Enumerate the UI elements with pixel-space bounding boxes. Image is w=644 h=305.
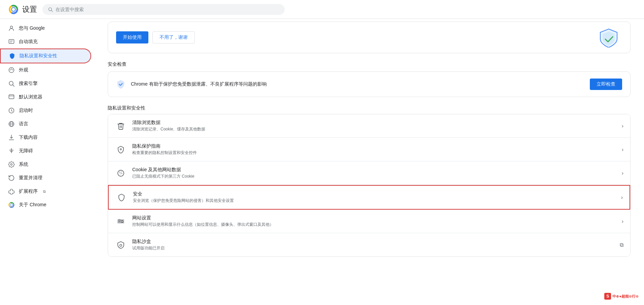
arrow-icon-0: ›: [622, 123, 623, 129]
chrome-logo-icon: [8, 4, 19, 15]
cookies-text: Cookie 及其他网站数据 已阻止无痕模式下的第三方 Cookie: [132, 167, 622, 179]
system-icon: [8, 161, 15, 168]
sandbox-icon: [115, 239, 127, 251]
privacy-item-site-settings[interactable]: 网站设置 控制网站可以使用和显示什么信息（如位置信息、摄像头、弹出式窗口及其他）…: [108, 210, 630, 233]
privacy-guide-icon: [115, 144, 127, 156]
watermark-s-badge: S: [604, 293, 611, 300]
arrow-icon-3: ›: [621, 194, 623, 201]
sidebar-item-default-browser[interactable]: 默认浏览器: [0, 90, 91, 104]
sidebar-item-you-google-label: 您与 Google: [19, 25, 45, 31]
sidebar-item-you-google[interactable]: 您与 Google: [0, 22, 91, 35]
privacy-item-cookies[interactable]: Cookie 及其他网站数据 已阻止无痕模式下的第三方 Cookie ›: [108, 161, 630, 185]
sidebar-item-privacy-label: 隐私设置和安全性: [20, 53, 57, 59]
person-icon: [8, 25, 15, 32]
sidebar-item-downloads-label: 下载内容: [19, 134, 38, 141]
main-layout: 您与 Google 自动填充 隐私设置和安全性 外观: [0, 19, 644, 305]
search-input[interactable]: [56, 7, 279, 12]
sidebar-item-reset-label: 重置并清理: [19, 175, 42, 181]
header: 设置: [0, 0, 644, 19]
sidebar-item-autofill-label: 自动填充: [19, 39, 38, 45]
watermark-label: 中⊕●超能⊙行⊙: [612, 294, 639, 299]
chrome-about-icon: [8, 202, 15, 208]
cookie-icon: [115, 167, 127, 179]
security-title: 安全: [133, 191, 621, 197]
svg-point-41: [120, 174, 120, 174]
safety-check-button[interactable]: 立即检查: [590, 79, 622, 90]
sandbox-desc: 试用版功能已开启: [132, 245, 620, 251]
accessibility-icon: [8, 148, 15, 154]
svg-point-36: [120, 149, 121, 150]
security-desc: 安全浏览（保护您免受危险网站的侵害）和其他安全设置: [133, 198, 621, 204]
svg-rect-46: [119, 219, 120, 221]
privacy-item-sandbox[interactable]: 隐私沙盒 试用版功能已开启 ⧉: [108, 233, 630, 256]
svg-point-16: [11, 68, 12, 69]
no-thanks-button[interactable]: 不用了，谢谢: [152, 31, 195, 43]
svg-rect-11: [9, 39, 14, 43]
sidebar-item-system-label: 系统: [19, 161, 28, 167]
sidebar-item-appearance-label: 外观: [19, 67, 28, 73]
privacy-settings-list: 清除浏览数据 清除浏览记录、Cookie、缓存及其他数据 › 隐私保护指南 检查…: [108, 114, 631, 257]
top-card-actions: 开始使用 不用了，谢谢: [116, 31, 195, 43]
search-box[interactable]: [42, 4, 285, 15]
safety-check-shield-icon: [116, 80, 126, 89]
svg-point-48: [120, 244, 122, 246]
search-icon: [48, 7, 53, 12]
sidebar-item-system[interactable]: 系统: [0, 158, 91, 171]
privacy-item-security[interactable]: 安全 安全浏览（保护您免受危险网站的侵害）和其他安全设置 ›: [108, 185, 630, 210]
privacy-guide-desc: 检查重要的隐私控制设置和安全控件: [132, 150, 622, 156]
startup-icon: [8, 107, 15, 114]
privacy-item-guide[interactable]: 隐私保护指南 检查重要的隐私控制设置和安全控件 ›: [108, 138, 630, 161]
sidebar-item-accessibility-label: 无障碍: [19, 148, 33, 154]
security-text: 安全 安全浏览（保护您免受危险网站的侵害）和其他安全设置: [133, 191, 621, 204]
clear-browsing-text: 清除浏览数据 清除浏览记录、Cookie、缓存及其他数据: [132, 120, 622, 132]
sidebar-item-search-engine[interactable]: 搜索引擎: [0, 77, 91, 90]
sidebar-item-downloads[interactable]: 下载内容: [0, 131, 91, 144]
svg-point-42: [120, 173, 121, 173]
safety-check-description: Chrome 有助于保护您免受数据泄露、不良扩展程序等问题的影响: [131, 81, 267, 87]
svg-point-10: [10, 26, 13, 28]
watermark: S 中⊕●超能⊙行⊙: [604, 293, 639, 300]
extension-icon: [8, 188, 15, 195]
arrow-icon-2: ›: [622, 170, 623, 176]
sidebar-item-extensions[interactable]: 扩展程序 ⧉: [0, 185, 91, 198]
banner-decoration: [595, 27, 622, 48]
download-icon: [8, 134, 15, 141]
clear-browsing-desc: 清除浏览记录、Cookie、缓存及其他数据: [132, 126, 622, 132]
svg-point-33: [10, 204, 12, 206]
site-settings-title: 网站设置: [132, 215, 622, 221]
safety-check-left: Chrome 有助于保护您免受数据泄露、不良扩展程序等问题的影响: [116, 80, 267, 89]
privacy-section-title: 隐私设置和安全性: [108, 105, 631, 111]
svg-point-38: [119, 172, 120, 172]
sidebar-item-about[interactable]: 关于 Chrome: [0, 198, 91, 212]
sidebar-item-startup[interactable]: 启动时: [0, 104, 91, 117]
svg-point-39: [121, 172, 122, 172]
cookies-title: Cookie 及其他网站数据: [132, 167, 622, 173]
arrow-icon-4: ›: [622, 218, 623, 224]
header-logo: 设置: [8, 4, 37, 15]
arrow-icon-1: ›: [622, 147, 623, 153]
sidebar-item-startup-label: 启动时: [19, 108, 33, 114]
privacy-item-clear-browsing[interactable]: 清除浏览数据 清除浏览记录、Cookie、缓存及其他数据 ›: [108, 114, 630, 138]
sidebar-item-search-label: 搜索引擎: [19, 81, 38, 87]
site-settings-text: 网站设置 控制网站可以使用和显示什么信息（如位置信息、摄像头、弹出式窗口及其他）: [132, 215, 622, 227]
sidebar-item-reset[interactable]: 重置并清理: [0, 171, 91, 185]
svg-point-15: [10, 69, 11, 70]
start-using-button[interactable]: 开始使用: [116, 31, 148, 43]
site-settings-desc: 控制网站可以使用和显示什么信息（如位置信息、摄像头、弹出式窗口及其他）: [132, 222, 622, 227]
sidebar-item-extensions-label: 扩展程序: [19, 188, 38, 194]
sidebar-item-appearance[interactable]: 外观: [0, 63, 91, 77]
svg-line-9: [51, 10, 53, 11]
autofill-icon: [8, 38, 15, 45]
reset-icon: [8, 175, 15, 181]
page-title: 设置: [22, 4, 37, 14]
svg-line-19: [13, 85, 14, 87]
search-nav-icon: [8, 80, 15, 87]
sidebar-item-language[interactable]: 语言: [0, 117, 91, 131]
sidebar-item-accessibility[interactable]: 无障碍: [0, 144, 91, 158]
sidebar-item-privacy-security[interactable]: 隐私设置和安全性: [0, 49, 91, 63]
privacy-guide-text: 隐私保护指南 检查重要的隐私控制设置和安全控件: [132, 143, 622, 156]
sidebar-item-autofill[interactable]: 自动填充: [0, 35, 91, 49]
banner-shield-icon: [595, 27, 622, 48]
security-icon: [115, 191, 128, 204]
safety-check-title: 安全检查: [108, 61, 631, 67]
